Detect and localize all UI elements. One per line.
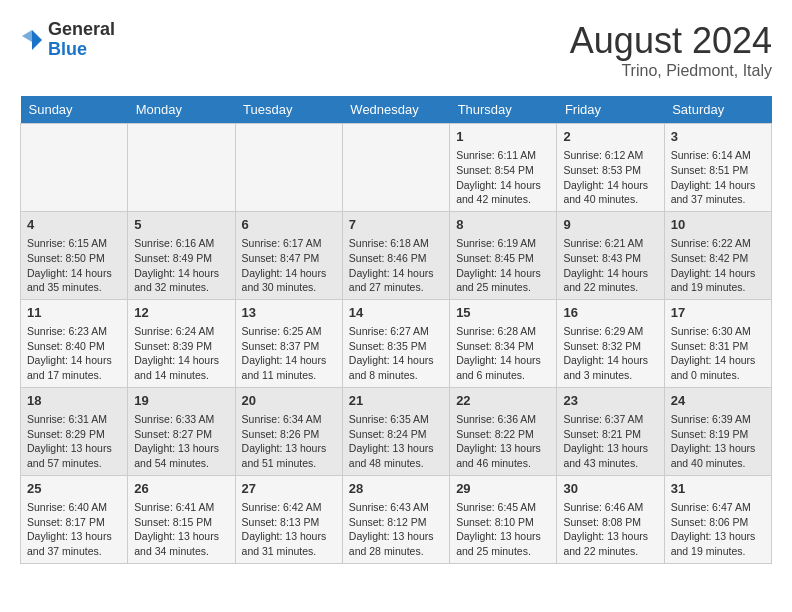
- day-number: 16: [563, 304, 657, 322]
- calendar-cell: 8Sunrise: 6:19 AM Sunset: 8:45 PM Daylig…: [450, 211, 557, 299]
- calendar-cell: 25Sunrise: 6:40 AM Sunset: 8:17 PM Dayli…: [21, 475, 128, 563]
- calendar-cell: 12Sunrise: 6:24 AM Sunset: 8:39 PM Dayli…: [128, 299, 235, 387]
- day-info: Sunrise: 6:46 AM Sunset: 8:08 PM Dayligh…: [563, 500, 657, 559]
- day-info: Sunrise: 6:24 AM Sunset: 8:39 PM Dayligh…: [134, 324, 228, 383]
- day-info: Sunrise: 6:36 AM Sunset: 8:22 PM Dayligh…: [456, 412, 550, 471]
- day-number: 14: [349, 304, 443, 322]
- day-info: Sunrise: 6:18 AM Sunset: 8:46 PM Dayligh…: [349, 236, 443, 295]
- calendar-cell: 23Sunrise: 6:37 AM Sunset: 8:21 PM Dayli…: [557, 387, 664, 475]
- week-row-2: 4Sunrise: 6:15 AM Sunset: 8:50 PM Daylig…: [21, 211, 772, 299]
- calendar-cell: 21Sunrise: 6:35 AM Sunset: 8:24 PM Dayli…: [342, 387, 449, 475]
- day-info: Sunrise: 6:16 AM Sunset: 8:49 PM Dayligh…: [134, 236, 228, 295]
- calendar-cell: 3Sunrise: 6:14 AM Sunset: 8:51 PM Daylig…: [664, 124, 771, 212]
- day-info: Sunrise: 6:43 AM Sunset: 8:12 PM Dayligh…: [349, 500, 443, 559]
- day-info: Sunrise: 6:45 AM Sunset: 8:10 PM Dayligh…: [456, 500, 550, 559]
- header-day-saturday: Saturday: [664, 96, 771, 124]
- day-info: Sunrise: 6:41 AM Sunset: 8:15 PM Dayligh…: [134, 500, 228, 559]
- calendar-cell: 18Sunrise: 6:31 AM Sunset: 8:29 PM Dayli…: [21, 387, 128, 475]
- day-number: 6: [242, 216, 336, 234]
- day-number: 23: [563, 392, 657, 410]
- day-info: Sunrise: 6:19 AM Sunset: 8:45 PM Dayligh…: [456, 236, 550, 295]
- header-day-thursday: Thursday: [450, 96, 557, 124]
- day-number: 10: [671, 216, 765, 234]
- day-number: 29: [456, 480, 550, 498]
- day-number: 12: [134, 304, 228, 322]
- calendar-cell: 22Sunrise: 6:36 AM Sunset: 8:22 PM Dayli…: [450, 387, 557, 475]
- week-row-1: 1Sunrise: 6:11 AM Sunset: 8:54 PM Daylig…: [21, 124, 772, 212]
- day-number: 2: [563, 128, 657, 146]
- day-number: 21: [349, 392, 443, 410]
- day-number: 28: [349, 480, 443, 498]
- header-day-wednesday: Wednesday: [342, 96, 449, 124]
- calendar-cell: [342, 124, 449, 212]
- day-number: 25: [27, 480, 121, 498]
- calendar-cell: 29Sunrise: 6:45 AM Sunset: 8:10 PM Dayli…: [450, 475, 557, 563]
- svg-marker-1: [22, 30, 32, 42]
- calendar-cell: 9Sunrise: 6:21 AM Sunset: 8:43 PM Daylig…: [557, 211, 664, 299]
- day-info: Sunrise: 6:40 AM Sunset: 8:17 PM Dayligh…: [27, 500, 121, 559]
- day-number: 8: [456, 216, 550, 234]
- logo-icon: [20, 28, 44, 52]
- day-info: Sunrise: 6:15 AM Sunset: 8:50 PM Dayligh…: [27, 236, 121, 295]
- calendar-cell: 24Sunrise: 6:39 AM Sunset: 8:19 PM Dayli…: [664, 387, 771, 475]
- calendar-cell: 1Sunrise: 6:11 AM Sunset: 8:54 PM Daylig…: [450, 124, 557, 212]
- logo-blue: Blue: [48, 40, 115, 60]
- day-info: Sunrise: 6:23 AM Sunset: 8:40 PM Dayligh…: [27, 324, 121, 383]
- calendar-cell: 4Sunrise: 6:15 AM Sunset: 8:50 PM Daylig…: [21, 211, 128, 299]
- calendar-header: SundayMondayTuesdayWednesdayThursdayFrid…: [21, 96, 772, 124]
- calendar-cell: 14Sunrise: 6:27 AM Sunset: 8:35 PM Dayli…: [342, 299, 449, 387]
- day-info: Sunrise: 6:33 AM Sunset: 8:27 PM Dayligh…: [134, 412, 228, 471]
- calendar-cell: 31Sunrise: 6:47 AM Sunset: 8:06 PM Dayli…: [664, 475, 771, 563]
- calendar-cell: 15Sunrise: 6:28 AM Sunset: 8:34 PM Dayli…: [450, 299, 557, 387]
- calendar-cell: 26Sunrise: 6:41 AM Sunset: 8:15 PM Dayli…: [128, 475, 235, 563]
- location: Trino, Piedmont, Italy: [570, 62, 772, 80]
- week-row-3: 11Sunrise: 6:23 AM Sunset: 8:40 PM Dayli…: [21, 299, 772, 387]
- day-number: 19: [134, 392, 228, 410]
- calendar-cell: 7Sunrise: 6:18 AM Sunset: 8:46 PM Daylig…: [342, 211, 449, 299]
- day-number: 3: [671, 128, 765, 146]
- calendar-cell: 16Sunrise: 6:29 AM Sunset: 8:32 PM Dayli…: [557, 299, 664, 387]
- day-number: 7: [349, 216, 443, 234]
- calendar-cell: 6Sunrise: 6:17 AM Sunset: 8:47 PM Daylig…: [235, 211, 342, 299]
- day-info: Sunrise: 6:27 AM Sunset: 8:35 PM Dayligh…: [349, 324, 443, 383]
- day-number: 20: [242, 392, 336, 410]
- calendar-cell: 20Sunrise: 6:34 AM Sunset: 8:26 PM Dayli…: [235, 387, 342, 475]
- day-info: Sunrise: 6:34 AM Sunset: 8:26 PM Dayligh…: [242, 412, 336, 471]
- week-row-5: 25Sunrise: 6:40 AM Sunset: 8:17 PM Dayli…: [21, 475, 772, 563]
- day-number: 18: [27, 392, 121, 410]
- calendar-cell: [128, 124, 235, 212]
- day-number: 31: [671, 480, 765, 498]
- week-row-4: 18Sunrise: 6:31 AM Sunset: 8:29 PM Dayli…: [21, 387, 772, 475]
- calendar-cell: [235, 124, 342, 212]
- day-info: Sunrise: 6:21 AM Sunset: 8:43 PM Dayligh…: [563, 236, 657, 295]
- calendar-cell: 10Sunrise: 6:22 AM Sunset: 8:42 PM Dayli…: [664, 211, 771, 299]
- calendar-cell: 13Sunrise: 6:25 AM Sunset: 8:37 PM Dayli…: [235, 299, 342, 387]
- day-info: Sunrise: 6:37 AM Sunset: 8:21 PM Dayligh…: [563, 412, 657, 471]
- day-number: 30: [563, 480, 657, 498]
- logo-general: General: [48, 20, 115, 40]
- title-block: August 2024 Trino, Piedmont, Italy: [570, 20, 772, 80]
- calendar-cell: 5Sunrise: 6:16 AM Sunset: 8:49 PM Daylig…: [128, 211, 235, 299]
- page-header: General Blue August 2024 Trino, Piedmont…: [20, 20, 772, 80]
- day-number: 9: [563, 216, 657, 234]
- day-number: 26: [134, 480, 228, 498]
- day-number: 4: [27, 216, 121, 234]
- day-info: Sunrise: 6:31 AM Sunset: 8:29 PM Dayligh…: [27, 412, 121, 471]
- day-number: 13: [242, 304, 336, 322]
- day-info: Sunrise: 6:28 AM Sunset: 8:34 PM Dayligh…: [456, 324, 550, 383]
- day-info: Sunrise: 6:12 AM Sunset: 8:53 PM Dayligh…: [563, 148, 657, 207]
- svg-marker-0: [32, 30, 42, 50]
- day-number: 15: [456, 304, 550, 322]
- day-number: 24: [671, 392, 765, 410]
- day-number: 11: [27, 304, 121, 322]
- logo: General Blue: [20, 20, 115, 60]
- calendar-cell: 19Sunrise: 6:33 AM Sunset: 8:27 PM Dayli…: [128, 387, 235, 475]
- day-info: Sunrise: 6:11 AM Sunset: 8:54 PM Dayligh…: [456, 148, 550, 207]
- calendar-cell: 30Sunrise: 6:46 AM Sunset: 8:08 PM Dayli…: [557, 475, 664, 563]
- calendar-cell: 27Sunrise: 6:42 AM Sunset: 8:13 PM Dayli…: [235, 475, 342, 563]
- day-info: Sunrise: 6:14 AM Sunset: 8:51 PM Dayligh…: [671, 148, 765, 207]
- day-number: 27: [242, 480, 336, 498]
- day-info: Sunrise: 6:22 AM Sunset: 8:42 PM Dayligh…: [671, 236, 765, 295]
- day-info: Sunrise: 6:42 AM Sunset: 8:13 PM Dayligh…: [242, 500, 336, 559]
- day-info: Sunrise: 6:25 AM Sunset: 8:37 PM Dayligh…: [242, 324, 336, 383]
